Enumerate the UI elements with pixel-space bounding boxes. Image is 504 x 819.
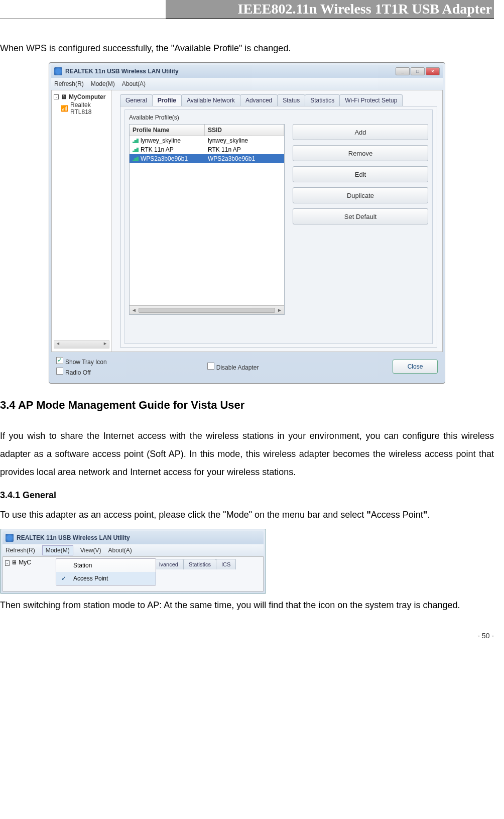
- menu-about[interactable]: About(A): [122, 80, 146, 87]
- show-tray-label: Show Tray Icon: [65, 359, 107, 366]
- duplicate-button[interactable]: Duplicate: [293, 187, 428, 203]
- doc-header: IEEE802.11n Wireless 1T1R USB Adapter: [166, 0, 494, 19]
- close-button[interactable]: Close: [393, 360, 438, 374]
- intro-paragraph: When WPS is configured successfully, the…: [0, 39, 494, 57]
- table-row-selected[interactable]: WPS2a3b0e96b1 WPS2a3b0e96b1: [130, 154, 284, 163]
- add-button[interactable]: Add: [293, 124, 428, 140]
- signal-icon: [133, 147, 139, 152]
- tab-profile[interactable]: Profile: [152, 94, 182, 106]
- tab-status[interactable]: Status: [277, 94, 305, 106]
- app-icon: [54, 67, 62, 75]
- menu-mode[interactable]: Mode(M): [42, 545, 73, 555]
- window-title: REALTEK 11n USB Wireless LAN Utility: [65, 68, 179, 75]
- table-row[interactable]: RTK 11n AP RTK 11n AP: [130, 145, 284, 154]
- window-footer: Show Tray Icon Radio Off Disable Adapter…: [51, 352, 443, 381]
- mode-dropdown: Station ✓Access Point: [56, 558, 156, 586]
- tab-bar: General Profile Available Network Advanc…: [120, 94, 437, 106]
- remove-button[interactable]: Remove: [293, 145, 428, 161]
- panel-title: Available Profile(s): [129, 114, 428, 121]
- radio-off-label: Radio Off: [65, 369, 90, 376]
- app-icon: [6, 534, 14, 542]
- table-row[interactable]: lynwey_skyline lynwey_skyline: [130, 136, 284, 145]
- disable-adapter-label: Disable Adapter: [216, 364, 259, 371]
- tab-advanced-partial[interactable]: lvanced: [154, 559, 184, 569]
- tab-wifi-protect[interactable]: Wi-Fi Protect Setup: [339, 94, 403, 106]
- signal-icon: [133, 156, 139, 161]
- menu-view[interactable]: View(V): [80, 547, 101, 554]
- disable-adapter-checkbox[interactable]: [207, 363, 214, 370]
- device-tree: -🖥 MyComputer 📶 Realtek RTL818 ◄►: [52, 90, 112, 352]
- col-profile-name[interactable]: Profile Name: [130, 125, 205, 136]
- tree-root[interactable]: MyC: [19, 559, 31, 566]
- tab-ics[interactable]: ICS: [216, 559, 236, 569]
- tree-root[interactable]: MyComputer: [69, 93, 105, 100]
- tab-statistics[interactable]: Statistics: [305, 94, 340, 106]
- menu-refresh[interactable]: Refresh(R): [54, 80, 84, 87]
- mode-access-point[interactable]: ✓Access Point: [56, 572, 156, 585]
- tab-general[interactable]: General: [120, 94, 153, 106]
- titlebar: REALTEK 11n USB Wireless LAN Utility _ □…: [51, 65, 443, 78]
- tab-available-network[interactable]: Available Network: [181, 94, 240, 106]
- menubar: Refresh(R) Mode(M) View(V) About(A): [3, 544, 264, 556]
- menubar: Refresh(R) Mode(M) About(A): [51, 78, 443, 90]
- screenshot-wlan-utility-profile: REALTEK 11n USB Wireless LAN Utility _ □…: [49, 62, 445, 384]
- window-title: REALTEK 11n USB Wireless LAN Utility: [17, 534, 130, 541]
- para-3-4-1: To use this adapter as an access point, …: [0, 506, 494, 524]
- maximize-button[interactable]: □: [411, 67, 425, 75]
- para-3-4: If you wish to share the Internet access…: [0, 427, 494, 481]
- page-number: - 50 -: [0, 632, 494, 640]
- close-window-button[interactable]: ×: [426, 67, 440, 75]
- minimize-button[interactable]: _: [396, 67, 410, 75]
- heading-3-4-1: 3.4.1 General: [0, 490, 494, 501]
- titlebar: REALTEK 11n USB Wireless LAN Utility: [3, 531, 264, 544]
- profile-list[interactable]: Profile Name SSID lynwey_skyline lynwey_…: [129, 124, 285, 315]
- edit-button[interactable]: Edit: [293, 166, 428, 182]
- tree-child[interactable]: Realtek RTL818: [70, 101, 109, 115]
- signal-icon: [133, 138, 139, 143]
- show-tray-checkbox[interactable]: [56, 357, 63, 364]
- menu-refresh[interactable]: Refresh(R): [6, 547, 35, 554]
- set-default-button[interactable]: Set Default: [293, 208, 428, 224]
- menu-about[interactable]: About(A): [108, 547, 132, 554]
- col-ssid[interactable]: SSID: [205, 125, 284, 136]
- heading-3-4: 3.4 AP Mode Management Guide for Vista U…: [0, 399, 494, 412]
- menu-mode[interactable]: Mode(M): [91, 80, 115, 87]
- screenshot-mode-menu: REALTEK 11n USB Wireless LAN Utility Ref…: [0, 529, 266, 594]
- tab-advanced[interactable]: Advanced: [240, 94, 278, 106]
- header-divider: [0, 19, 494, 19]
- horizontal-scrollbar[interactable]: ◄►: [130, 305, 284, 314]
- radio-off-checkbox[interactable]: [56, 368, 63, 375]
- closing-paragraph: Then switching from station mode to AP: …: [0, 599, 494, 612]
- mode-station[interactable]: Station: [56, 559, 156, 572]
- tab-statistics[interactable]: Statistics: [183, 559, 216, 569]
